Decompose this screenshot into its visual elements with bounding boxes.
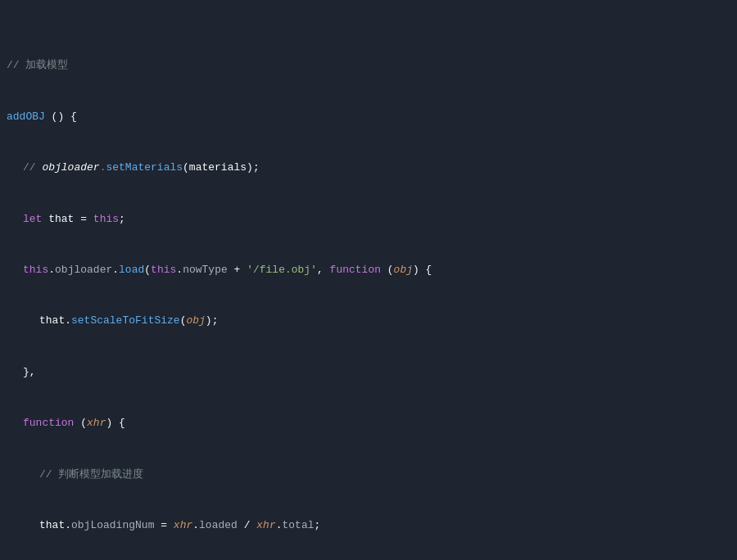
line-6: that.setScaleToFitSize(obj); (0, 313, 737, 330)
line-3: // objloader.setMaterials(materials); (0, 160, 737, 177)
line-2: addOBJ () { (0, 109, 737, 126)
line-9: // 判断模型加载进度 (0, 467, 737, 484)
line-4: let that = this; (0, 211, 737, 228)
line-5: this.objloader.load(this.nowType + '/fil… (0, 262, 737, 279)
line-7: }, (0, 364, 737, 382)
line-8: function (xhr) { (0, 415, 737, 432)
code-editor: // 加载模型 addOBJ () { // objloader.setMate… (0, 0, 737, 560)
line-10: that.objLoadingNum = xhr.loaded / xhr.to… (0, 517, 737, 535)
line-1: // 加载模型 (0, 57, 737, 75)
